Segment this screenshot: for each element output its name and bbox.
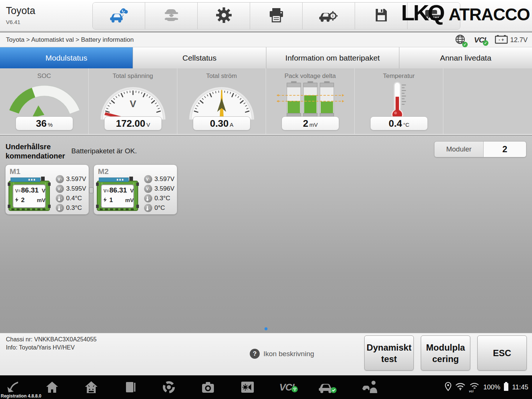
display-sound-settings-icon[interactable] — [240, 380, 255, 395]
voltage-unit: V — [146, 119, 150, 128]
min-temp-value: 0.3°C — [66, 204, 82, 212]
module-stats: V↑ 3.597V V↓ 3.595V ↑ 0.4°C ↓ 0.3°C — [56, 174, 86, 213]
gauge-soc: SOC 36 % — [0, 68, 89, 134]
svg-text:i: i — [332, 14, 333, 18]
gauge-soc-title: SOC — [0, 72, 88, 80]
max-temp-icon: ↑ — [144, 194, 152, 202]
car-cloud-icon — [109, 7, 129, 25]
vci-wifi-badge — [291, 386, 298, 392]
registration-label: Registration 4.8.8.0 — [1, 393, 41, 399]
temp-value-box: 0.4 °C — [370, 116, 428, 130]
module-delta-value: 1 — [109, 197, 125, 204]
recent-apps-icon[interactable] — [123, 380, 138, 395]
temp-value: 0.4 — [389, 118, 402, 129]
car-gear-info-icon: i — [319, 7, 339, 25]
footer-buttons: Dynamiskt test Modulpla cering ESC — [364, 335, 527, 371]
android-nav-bar: VCI — [0, 375, 532, 399]
vehicle-data-button[interactable]: i — [303, 3, 355, 29]
module-card-m2[interactable]: M2 — [93, 164, 177, 215]
module-voltage-value: 86.31 — [21, 186, 42, 194]
module-readout: V= 86.31 V 2 mV — [15, 186, 45, 207]
current-value-box: 0.30 A — [193, 116, 250, 130]
esc-button[interactable]: ESC — [477, 335, 527, 371]
gauge-temp-title: Temperatur — [355, 72, 443, 80]
button-line: test — [381, 353, 397, 365]
chassis-number: Chassi nr: VNKKBAC3X0A254055 — [6, 336, 96, 343]
module-id: M1 — [10, 167, 20, 176]
help-icon: ? — [250, 349, 260, 359]
current-unit: A — [230, 119, 233, 128]
module-placement-button[interactable]: Modulpla cering — [421, 335, 470, 371]
max-voltage-icon: V↑ — [144, 175, 152, 183]
gear-icon — [215, 7, 232, 25]
battery-level-icon — [504, 382, 509, 393]
car-exchange-icon — [162, 7, 181, 25]
camera-icon[interactable] — [200, 380, 216, 395]
diagnostics-button[interactable] — [93, 3, 145, 29]
icon-description-button[interactable]: ? Ikon beskrivning — [250, 349, 314, 359]
vehicle-connected-icon[interactable] — [318, 380, 337, 395]
breadcrumb-row: Toyota > Automatiskt val > Battery infor… — [0, 33, 532, 47]
tab-cellstatus[interactable]: Cellstatus — [133, 47, 266, 68]
module-voltage-unit: V — [42, 187, 45, 194]
current-value: 0.30 — [210, 118, 229, 129]
technician-icon[interactable] — [361, 380, 379, 395]
voltage-symbol: V= — [103, 188, 109, 194]
breadcrumb: Toyota > Automatiskt val > Battery infor… — [6, 33, 134, 47]
svg-text:- +: - + — [499, 37, 504, 42]
voltage-value-box: 172.00 V — [104, 116, 162, 130]
settings-button[interactable] — [198, 3, 250, 29]
tab-battery-pack-info[interactable]: Information om batteripaket — [266, 47, 399, 68]
diagnostic-app-screen: Toyota V6.41 — [0, 0, 532, 399]
maintenance-message: Batteripaketet är OK. — [71, 147, 137, 155]
android-home-icon[interactable] — [83, 380, 99, 395]
content-area: Underhållsre kommendationer Batteripaket… — [0, 136, 532, 333]
wifi-icon — [455, 382, 466, 392]
module-count-box: Moduler 2 — [434, 141, 526, 157]
vci-wifi-text: vci — [469, 389, 474, 393]
min-voltage-value: 3.595V — [66, 185, 86, 192]
delta-value: 2 — [303, 118, 308, 129]
module-voltage-row: V= 86.31 V — [103, 186, 134, 197]
logo-lkq-text: LKQ — [401, 0, 444, 25]
voltage-value: 172.00 — [116, 118, 146, 129]
vci-connection-icon[interactable]: VCI — [279, 382, 294, 393]
gauge-total-current: Total ström 0.30 A — [177, 68, 266, 134]
chrome-icon[interactable] — [161, 380, 176, 395]
print-button[interactable] — [250, 3, 303, 29]
button-line: Modulpla — [426, 342, 465, 353]
page-indicator-dot[interactable] — [265, 327, 267, 330]
tab-other-livedata[interactable]: Annan livedata — [399, 47, 532, 68]
module-connector — [89, 187, 93, 193]
top-bar: Toyota V6.41 — [0, 0, 532, 32]
min-temp-value: 0°C — [154, 204, 165, 212]
module-card-m1[interactable]: M1 — [5, 164, 89, 215]
location-icon — [444, 382, 452, 393]
clock-label: 11:45 — [512, 383, 528, 391]
module-count-value: 2 — [484, 141, 526, 157]
home-icon[interactable] — [45, 380, 59, 395]
min-voltage-stat: V↓ 3.596V — [144, 184, 174, 194]
dynamic-test-button[interactable]: Dynamiskt test — [364, 335, 414, 371]
module-voltage-row: V= 86.31 V — [15, 186, 45, 197]
vehicle-info: Info: Toyota/Yaris HV/HEV — [6, 344, 75, 351]
battery-icon: - + — [495, 34, 508, 45]
min-voltage-icon: V↓ — [56, 185, 64, 193]
max-temp-icon: ↑ — [56, 194, 64, 202]
max-temp-stat: ↑ 0.4°C — [56, 194, 86, 203]
max-voltage-value: 3.597V — [66, 175, 86, 183]
module-delta-unit: mV — [125, 197, 134, 203]
vci-wifi-status-icon: vci — [469, 382, 480, 392]
max-voltage-value: 3.597V — [154, 175, 174, 183]
gauge-delta-title: Pack voltage delta — [266, 72, 354, 80]
voltage-symbol: V= — [15, 188, 21, 194]
gauge-empty-slot — [443, 68, 532, 134]
back-icon[interactable] — [6, 380, 21, 395]
tab-modulstatus[interactable]: Modulstatus — [0, 47, 133, 68]
maintenance-title: Underhållsre kommendationer — [6, 142, 65, 161]
vehicle-swap-button[interactable] — [145, 3, 198, 29]
min-temp-stat: ↓ 0.3°C — [56, 203, 86, 213]
min-voltage-stat: V↓ 3.595V — [56, 184, 86, 194]
data-manager-button[interactable] — [355, 3, 407, 29]
network-check-badge: ✓ — [462, 42, 468, 47]
